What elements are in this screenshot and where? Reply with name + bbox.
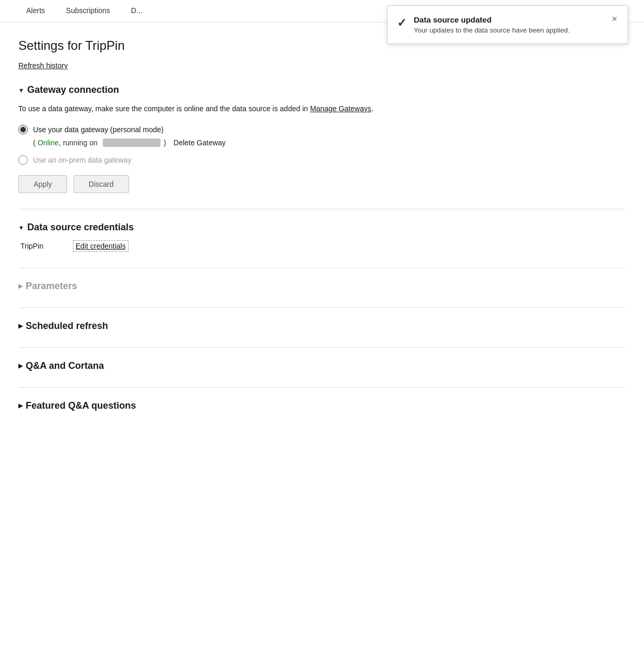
divider-2 bbox=[18, 268, 626, 268]
credentials-row: TripPin Edit credentials bbox=[20, 240, 626, 252]
gateway-connection-section: ▼ Gateway connection To use a data gatew… bbox=[18, 84, 626, 193]
featured-qa-section[interactable]: ▶ Featured Q&A questions bbox=[18, 400, 626, 411]
gateway-collapse-arrow: ▼ bbox=[18, 87, 24, 93]
radio-onprem-label: Use an on-prem data gateway bbox=[33, 156, 132, 164]
delete-gateway-link[interactable]: Delete Gateway bbox=[174, 139, 226, 147]
status-close-paren: ) bbox=[164, 139, 166, 147]
divider-4 bbox=[18, 347, 626, 348]
toast-check-icon: ✓ bbox=[397, 16, 406, 30]
featured-qa-expand-arrow: ▶ bbox=[18, 402, 23, 409]
status-running-text: , running on bbox=[59, 139, 98, 147]
data-source-credentials-section: ▼ Data source credentials TripPin Edit c… bbox=[18, 222, 626, 252]
credential-source-name: TripPin bbox=[20, 242, 73, 250]
toast-title: Data source updated bbox=[414, 15, 606, 24]
data-source-credentials-title: Data source credentials bbox=[27, 222, 134, 233]
apply-button[interactable]: Apply bbox=[18, 175, 67, 193]
scheduled-refresh-expand-arrow: ▶ bbox=[18, 323, 23, 329]
gateway-status-row: ( Online , running on ) Delete Gateway bbox=[33, 139, 626, 147]
toast-close-button[interactable]: × bbox=[611, 14, 617, 24]
toast-notification: ✓ Data source updated Your updates to th… bbox=[387, 5, 628, 44]
radio-onprem-mode: Use an on-prem data gateway bbox=[18, 155, 626, 165]
manage-gateways-link[interactable]: Manage Gateways bbox=[310, 104, 371, 113]
radio-personal-mode: Use your data gateway (personal mode) bbox=[18, 125, 626, 134]
scheduled-refresh-section[interactable]: ▶ Scheduled refresh bbox=[18, 321, 626, 332]
status-open-paren: ( bbox=[33, 139, 36, 147]
gateway-description: To use a data gateway, make sure the com… bbox=[18, 103, 490, 114]
divider-5 bbox=[18, 387, 626, 388]
qa-cortana-expand-arrow: ▶ bbox=[18, 363, 23, 369]
qa-cortana-title: Q&A and Cortana bbox=[26, 360, 104, 371]
data-source-credentials-header[interactable]: ▼ Data source credentials bbox=[18, 222, 626, 233]
toast-content: Data source updated Your updates to the … bbox=[414, 15, 606, 34]
divider-3 bbox=[18, 307, 626, 308]
tab-subscriptions[interactable]: Subscriptions bbox=[56, 0, 121, 22]
gateway-connection-header[interactable]: ▼ Gateway connection bbox=[18, 84, 626, 95]
refresh-history-link[interactable]: Refresh history bbox=[18, 61, 68, 70]
discard-button[interactable]: Discard bbox=[73, 175, 128, 193]
toast-message: Your updates to the data source have bee… bbox=[414, 26, 606, 34]
radio-personal-input[interactable] bbox=[18, 125, 28, 134]
gateway-machine-name bbox=[103, 139, 160, 147]
divider-1 bbox=[18, 209, 626, 209]
parameters-title: Parameters bbox=[26, 281, 77, 292]
parameters-section[interactable]: ▶ Parameters bbox=[18, 281, 626, 292]
main-content: Settings for TripPin Refresh history ▼ G… bbox=[0, 23, 644, 448]
gateway-connection-title: Gateway connection bbox=[27, 84, 119, 95]
credentials-collapse-arrow: ▼ bbox=[18, 225, 24, 231]
featured-qa-title: Featured Q&A questions bbox=[26, 400, 136, 411]
parameters-expand-arrow: ▶ bbox=[18, 283, 23, 290]
qa-cortana-section[interactable]: ▶ Q&A and Cortana bbox=[18, 360, 626, 371]
tab-alerts[interactable]: Alerts bbox=[16, 0, 56, 22]
tab-d[interactable]: D... bbox=[121, 0, 153, 22]
status-online-indicator: Online bbox=[38, 139, 59, 147]
scheduled-refresh-title: Scheduled refresh bbox=[26, 321, 108, 332]
radio-onprem-input[interactable] bbox=[18, 155, 28, 165]
radio-personal-label: Use your data gateway (personal mode) bbox=[33, 125, 164, 134]
gateway-button-row: Apply Discard bbox=[18, 175, 626, 193]
edit-credentials-link[interactable]: Edit credentials bbox=[73, 240, 128, 252]
